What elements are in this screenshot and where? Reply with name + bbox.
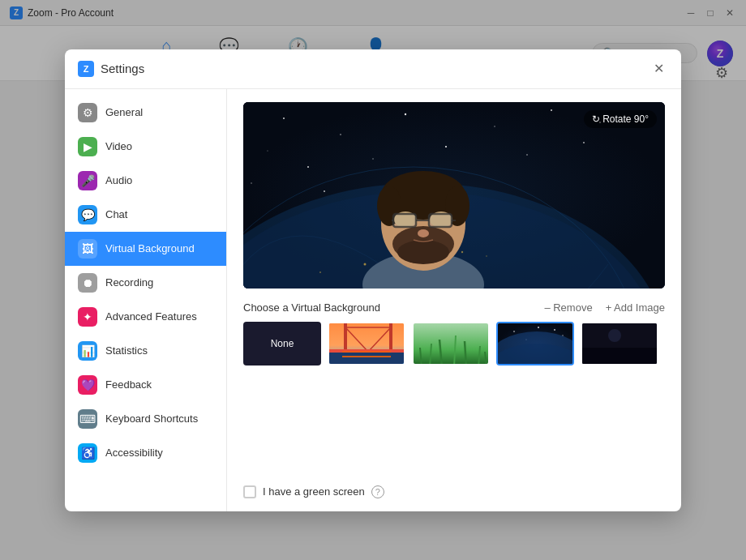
add-image-button[interactable]: + Add Image: [606, 301, 665, 314]
svg-point-23: [461, 250, 463, 252]
rotate-button[interactable]: ↻ Rotate 90°: [584, 110, 657, 128]
svg-point-16: [324, 190, 325, 192]
svg-point-20: [364, 263, 367, 265]
settings-content: ↻ Rotate 90° Choose a Virtual Background…: [227, 89, 681, 511]
vbg-preview: ↻ Rotate 90°: [243, 102, 665, 289]
sidebar-item-recording[interactable]: ⏺ Recording: [65, 266, 226, 300]
remove-button[interactable]: – Remove: [544, 301, 592, 314]
green-screen-help-icon[interactable]: ?: [371, 485, 384, 498]
modal-overlay: Z Settings ✕ ⚙ General ▶ Video: [0, 0, 746, 560]
svg-point-60: [513, 331, 515, 332]
thumbnail-dark[interactable]: [581, 322, 658, 365]
sidebar-advanced-label: Advanced Features: [105, 310, 197, 323]
thumbnail-grass[interactable]: [412, 322, 490, 365]
sidebar-statistics-label: Statistics: [105, 344, 148, 357]
general-icon: ⚙: [78, 103, 97, 122]
svg-point-4: [340, 134, 341, 135]
sidebar-feedback-label: Feedback: [105, 378, 152, 391]
svg-rect-48: [344, 323, 347, 353]
svg-point-22: [319, 271, 321, 273]
svg-point-32: [397, 240, 449, 264]
sidebar-item-virtual-background[interactable]: 🖼 Virtual Background: [65, 232, 226, 266]
settings-sidebar: ⚙ General ▶ Video 🎤 Audio 💬 Chat: [65, 89, 227, 511]
svg-point-13: [526, 154, 528, 156]
svg-point-9: [267, 150, 268, 151]
settings-logo: Z: [78, 61, 94, 77]
sidebar-audio-label: Audio: [105, 174, 132, 186]
sidebar-item-keyboard-shortcuts[interactable]: ⌨ Keyboard Shortcuts: [65, 402, 226, 436]
vbg-preview-image: ↻ Rotate 90°: [243, 102, 665, 289]
bridge-image: [329, 323, 404, 364]
sidebar-item-accessibility[interactable]: ♿ Accessibility: [65, 436, 226, 470]
sidebar-vbg-label: Virtual Background: [105, 242, 195, 254]
thumbnail-none-label: None: [245, 323, 319, 364]
audio-icon: 🎤: [78, 171, 97, 190]
sidebar-recording-label: Recording: [105, 276, 153, 289]
sidebar-item-chat[interactable]: 💬 Chat: [65, 198, 226, 232]
sidebar-item-advanced-features[interactable]: ✦ Advanced Features: [65, 300, 226, 334]
sidebar-keyboard-label: Keyboard Shortcuts: [105, 413, 198, 425]
green-screen-checkbox[interactable]: [243, 485, 256, 498]
svg-rect-50: [329, 349, 405, 353]
svg-rect-41: [430, 215, 451, 226]
advanced-features-icon: ✦: [78, 307, 97, 327]
choose-actions: – Remove + Add Image: [544, 301, 665, 314]
svg-rect-40: [394, 215, 415, 226]
settings-body: ⚙ General ▶ Video 🎤 Audio 💬 Chat: [65, 89, 681, 511]
thumbnail-none[interactable]: None: [243, 322, 321, 365]
chat-sidebar-icon: 💬: [78, 205, 97, 224]
settings-close-button[interactable]: ✕: [649, 59, 668, 79]
background-stars: [243, 102, 665, 289]
svg-point-6: [494, 126, 495, 126]
settings-title: Settings: [101, 62, 144, 75]
accessibility-icon: ♿: [78, 443, 97, 463]
thumbnail-bridge[interactable]: [328, 322, 405, 365]
settings-window: Z Settings ✕ ⚙ General ▶ Video: [65, 49, 681, 511]
svg-rect-49: [389, 323, 392, 353]
sidebar-video-label: Video: [105, 140, 132, 152]
space-image: [498, 323, 572, 364]
feedback-icon: 💜: [78, 375, 97, 395]
svg-point-3: [283, 118, 285, 119]
svg-point-12: [445, 145, 447, 147]
svg-point-15: [251, 182, 251, 183]
sidebar-item-video[interactable]: ▶ Video: [65, 130, 226, 164]
svg-point-10: [307, 166, 309, 168]
sidebar-item-audio[interactable]: 🎤 Audio: [65, 164, 226, 198]
sidebar-accessibility-label: Accessibility: [105, 447, 163, 459]
thumbnail-space[interactable]: [496, 322, 574, 365]
sidebar-chat-label: Chat: [105, 208, 127, 220]
green-screen-row: I have a green screen ?: [243, 485, 665, 498]
svg-point-8: [583, 142, 585, 143]
svg-point-11: [372, 158, 373, 159]
thumbnails-grid: None: [243, 322, 665, 365]
svg-point-69: [608, 329, 621, 342]
sidebar-item-feedback[interactable]: 💜 Feedback: [65, 368, 226, 402]
svg-point-61: [538, 327, 539, 328]
sidebar-item-general[interactable]: ⚙ General: [65, 96, 226, 130]
virtual-background-icon: 🖼: [78, 239, 97, 259]
statistics-icon: 📊: [78, 341, 97, 361]
svg-point-42: [418, 229, 429, 237]
grass-image: [414, 323, 488, 365]
choose-title: Choose a Virtual Background: [243, 301, 380, 314]
choose-header: Choose a Virtual Background – Remove + A…: [243, 301, 665, 314]
settings-title-bar: Z Settings ✕: [65, 49, 681, 89]
keyboard-shortcuts-icon: ⌨: [78, 409, 97, 429]
video-icon: ▶: [78, 137, 97, 156]
svg-point-7: [551, 109, 552, 111]
svg-point-64: [554, 329, 555, 331]
svg-rect-68: [582, 348, 658, 365]
svg-point-24: [486, 255, 487, 257]
svg-point-5: [405, 113, 406, 114]
dark-image: [582, 323, 657, 364]
settings-title-left: Z Settings: [78, 61, 144, 77]
sidebar-item-statistics[interactable]: 📊 Statistics: [65, 334, 226, 368]
green-screen-label: I have a green screen: [263, 485, 365, 498]
svg-rect-44: [329, 352, 405, 365]
recording-icon: ⏺: [78, 273, 97, 293]
sidebar-general-label: General: [105, 106, 143, 118]
